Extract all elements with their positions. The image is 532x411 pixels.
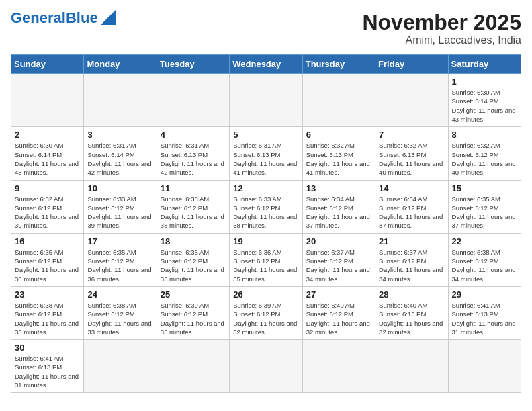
calendar-day-cell: 8Sunrise: 6:32 AM Sunset: 6:12 PM Daylig…	[448, 127, 521, 180]
day-info: Sunrise: 6:35 AM Sunset: 6:12 PM Dayligh…	[87, 248, 152, 283]
day-number: 28	[379, 289, 444, 300]
day-number: 30	[15, 342, 80, 353]
calendar-week-row: 23Sunrise: 6:38 AM Sunset: 6:12 PM Dayli…	[11, 286, 521, 339]
calendar-day-cell	[448, 340, 521, 393]
day-number: 3	[87, 130, 152, 140]
day-info: Sunrise: 6:36 AM Sunset: 6:12 PM Dayligh…	[161, 248, 226, 283]
day-number: 17	[87, 236, 152, 246]
col-monday: Monday	[84, 55, 157, 74]
calendar-day-cell: 10Sunrise: 6:33 AM Sunset: 6:12 PM Dayli…	[84, 180, 157, 233]
day-number: 24	[87, 289, 152, 300]
calendar-day-cell: 19Sunrise: 6:36 AM Sunset: 6:12 PM Dayli…	[230, 233, 302, 286]
calendar-day-cell: 4Sunrise: 6:31 AM Sunset: 6:13 PM Daylig…	[157, 127, 229, 180]
day-info: Sunrise: 6:33 AM Sunset: 6:12 PM Dayligh…	[87, 195, 152, 230]
calendar-day-cell: 20Sunrise: 6:37 AM Sunset: 6:12 PM Dayli…	[302, 233, 375, 286]
calendar-day-cell: 23Sunrise: 6:38 AM Sunset: 6:12 PM Dayli…	[11, 286, 84, 339]
calendar-day-cell	[375, 74, 448, 127]
col-wednesday: Wednesday	[230, 55, 302, 74]
calendar-day-cell	[157, 74, 229, 127]
calendar-day-cell: 18Sunrise: 6:36 AM Sunset: 6:12 PM Dayli…	[157, 233, 229, 286]
day-info: Sunrise: 6:35 AM Sunset: 6:12 PM Dayligh…	[15, 248, 80, 283]
day-number: 8	[452, 130, 517, 140]
calendar-day-cell	[84, 340, 157, 393]
day-number: 22	[452, 236, 517, 246]
calendar-day-cell	[230, 74, 302, 127]
calendar-week-row: 2Sunrise: 6:30 AM Sunset: 6:14 PM Daylig…	[11, 127, 521, 180]
calendar-day-cell: 24Sunrise: 6:38 AM Sunset: 6:12 PM Dayli…	[84, 286, 157, 339]
location-title: Amini, Laccadives, India	[362, 34, 521, 46]
logo-text: GeneralBlue	[11, 11, 98, 26]
calendar-day-cell: 15Sunrise: 6:35 AM Sunset: 6:12 PM Dayli…	[448, 180, 521, 233]
day-info: Sunrise: 6:38 AM Sunset: 6:12 PM Dayligh…	[15, 301, 80, 336]
day-info: Sunrise: 6:38 AM Sunset: 6:12 PM Dayligh…	[87, 301, 152, 336]
day-number: 20	[306, 236, 371, 246]
day-number: 6	[306, 130, 371, 140]
day-number: 16	[15, 236, 80, 246]
day-number: 15	[452, 183, 517, 193]
calendar-day-cell	[302, 74, 375, 127]
logo-general: General	[11, 9, 66, 26]
calendar-day-cell: 26Sunrise: 6:39 AM Sunset: 6:12 PM Dayli…	[230, 286, 302, 339]
day-number: 19	[233, 236, 298, 246]
calendar-day-cell: 27Sunrise: 6:40 AM Sunset: 6:12 PM Dayli…	[302, 286, 375, 339]
calendar-day-cell: 22Sunrise: 6:38 AM Sunset: 6:12 PM Dayli…	[448, 233, 521, 286]
day-info: Sunrise: 6:31 AM Sunset: 6:13 PM Dayligh…	[161, 141, 226, 177]
svg-marker-0	[101, 10, 116, 25]
day-info: Sunrise: 6:34 AM Sunset: 6:12 PM Dayligh…	[306, 195, 371, 230]
day-info: Sunrise: 6:32 AM Sunset: 6:13 PM Dayligh…	[306, 141, 371, 177]
day-number: 12	[233, 183, 298, 193]
day-info: Sunrise: 6:30 AM Sunset: 6:14 PM Dayligh…	[15, 141, 80, 177]
calendar-header-row: Sunday Monday Tuesday Wednesday Thursday…	[11, 55, 521, 74]
calendar-day-cell: 1Sunrise: 6:30 AM Sunset: 6:14 PM Daylig…	[448, 74, 521, 127]
logo: GeneralBlue	[11, 11, 116, 26]
day-info: Sunrise: 6:41 AM Sunset: 6:13 PM Dayligh…	[15, 354, 80, 390]
day-number: 26	[233, 289, 298, 300]
calendar-day-cell: 30Sunrise: 6:41 AM Sunset: 6:13 PM Dayli…	[11, 340, 84, 393]
day-info: Sunrise: 6:39 AM Sunset: 6:12 PM Dayligh…	[233, 301, 298, 336]
day-info: Sunrise: 6:41 AM Sunset: 6:13 PM Dayligh…	[452, 301, 517, 336]
day-number: 13	[306, 183, 371, 193]
col-friday: Friday	[375, 55, 448, 74]
day-number: 1	[452, 77, 517, 87]
calendar-day-cell: 13Sunrise: 6:34 AM Sunset: 6:12 PM Dayli…	[302, 180, 375, 233]
day-info: Sunrise: 6:40 AM Sunset: 6:12 PM Dayligh…	[306, 301, 371, 336]
calendar-day-cell: 6Sunrise: 6:32 AM Sunset: 6:13 PM Daylig…	[302, 127, 375, 180]
calendar-day-cell	[230, 340, 302, 393]
calendar-day-cell: 9Sunrise: 6:32 AM Sunset: 6:12 PM Daylig…	[11, 180, 84, 233]
col-thursday: Thursday	[302, 55, 375, 74]
title-block: November 2025 Amini, Laccadives, India	[362, 11, 521, 46]
day-number: 7	[379, 130, 444, 140]
calendar-day-cell: 2Sunrise: 6:30 AM Sunset: 6:14 PM Daylig…	[11, 127, 84, 180]
day-number: 23	[15, 289, 80, 300]
col-sunday: Sunday	[11, 55, 84, 74]
calendar-day-cell	[157, 340, 229, 393]
day-info: Sunrise: 6:35 AM Sunset: 6:12 PM Dayligh…	[452, 195, 517, 230]
day-number: 5	[233, 130, 298, 140]
day-info: Sunrise: 6:36 AM Sunset: 6:12 PM Dayligh…	[233, 248, 298, 283]
calendar-day-cell: 12Sunrise: 6:33 AM Sunset: 6:12 PM Dayli…	[230, 180, 302, 233]
calendar-day-cell: 29Sunrise: 6:41 AM Sunset: 6:13 PM Dayli…	[448, 286, 521, 339]
day-info: Sunrise: 6:40 AM Sunset: 6:13 PM Dayligh…	[379, 301, 444, 336]
day-number: 27	[306, 289, 371, 300]
calendar-day-cell: 17Sunrise: 6:35 AM Sunset: 6:12 PM Dayli…	[84, 233, 157, 286]
calendar-week-row: 1Sunrise: 6:30 AM Sunset: 6:14 PM Daylig…	[11, 74, 521, 127]
day-number: 2	[15, 130, 80, 140]
day-info: Sunrise: 6:34 AM Sunset: 6:12 PM Dayligh…	[379, 195, 444, 230]
day-info: Sunrise: 6:30 AM Sunset: 6:14 PM Dayligh…	[452, 88, 517, 124]
calendar-day-cell	[11, 74, 84, 127]
day-number: 4	[161, 130, 226, 140]
calendar-day-cell: 14Sunrise: 6:34 AM Sunset: 6:12 PM Dayli…	[375, 180, 448, 233]
month-title: November 2025	[362, 11, 521, 34]
day-number: 18	[161, 236, 226, 246]
page-header: GeneralBlue November 2025 Amini, Laccadi…	[11, 11, 521, 46]
day-info: Sunrise: 6:37 AM Sunset: 6:12 PM Dayligh…	[306, 248, 371, 283]
calendar-day-cell: 11Sunrise: 6:33 AM Sunset: 6:12 PM Dayli…	[157, 180, 229, 233]
calendar-day-cell: 16Sunrise: 6:35 AM Sunset: 6:12 PM Dayli…	[11, 233, 84, 286]
day-number: 10	[87, 183, 152, 193]
calendar-day-cell: 21Sunrise: 6:37 AM Sunset: 6:12 PM Dayli…	[375, 233, 448, 286]
calendar-day-cell: 7Sunrise: 6:32 AM Sunset: 6:13 PM Daylig…	[375, 127, 448, 180]
day-info: Sunrise: 6:32 AM Sunset: 6:13 PM Dayligh…	[379, 141, 444, 177]
day-info: Sunrise: 6:38 AM Sunset: 6:12 PM Dayligh…	[452, 248, 517, 283]
day-info: Sunrise: 6:33 AM Sunset: 6:12 PM Dayligh…	[233, 195, 298, 230]
calendar-day-cell: 5Sunrise: 6:31 AM Sunset: 6:13 PM Daylig…	[230, 127, 302, 180]
